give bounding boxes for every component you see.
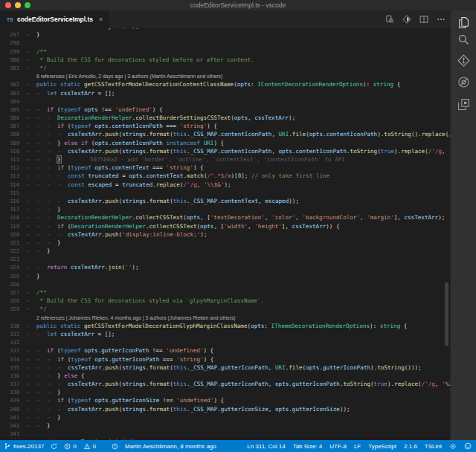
search-icon[interactable] [457,33,470,46]
code-line[interactable]: 341→→→} [0,413,450,422]
line-number: 316 [0,197,19,205]
code-line[interactable]: 298 [0,39,450,47]
code-line[interactable]: 304 [0,97,450,106]
gitlens-blame-item[interactable]: Martin Aeschlimann, 8 months ago [112,443,216,450]
code-line[interactable]: 333→→if (typeof opts.gutterIconPath !== … [0,346,450,355]
close-window-button[interactable] [5,2,11,8]
git-branch-item[interactable]: fixes-20137 [4,442,44,450]
tab-whitespace-arrow: → [57,197,68,205]
extensions-icon[interactable] [457,98,470,111]
status-item[interactable]: LF [354,443,361,450]
code-line[interactable]: 342→→} [0,422,450,430]
code-line[interactable]: 323 [0,255,450,263]
tab-whitespace-arrow: → [26,364,36,372]
code-line[interactable]: 320→→→→cssTextArr.push('display:inline-b… [0,230,450,239]
code-line[interactable]: 338→→→} [0,388,450,396]
status-item[interactable]: Ln 311, Col 14 [247,443,285,450]
code-line[interactable]: 297→} [0,30,450,39]
code-line[interactable]: 303→→let cssTextArr = []; [0,89,450,97]
code-line[interactable]: 312→→→if (typeof opts.contentText === 's… [0,164,450,172]
sync-button[interactable] [51,443,57,450]
code-line[interactable]: 310→→→→cssTextArr.push(strings.format(th… [0,147,450,155]
code-line[interactable]: 314→→→→const escaped = truncated.replace… [0,181,450,189]
zoom-window-button[interactable] [25,2,30,8]
tab-whitespace-arrow: → [57,147,68,155]
open-preview-icon[interactable] [385,15,394,24]
code-line[interactable]: 339→→→if (typeof opts.gutterIconSize !==… [0,396,450,404]
code-line[interactable]: 300→·* Build the CSS for decorations sty… [0,56,450,64]
tab-whitespace-arrow: → [26,239,36,247]
close-tab-icon[interactable]: × [99,16,103,23]
code-line[interactable]: 334→→→if (typeof opts.gutterIconPath ===… [0,355,450,364]
codelens[interactable]: 8 references | Eric Amodio, 2 days ago |… [0,72,450,80]
line-number: 318 [0,213,19,222]
code-line[interactable]: 317→→→} [0,205,450,213]
tab-whitespace-arrow: → [26,89,36,97]
status-item[interactable]: TSLint [425,443,442,450]
code-line[interactable]: 307→→→if (typeof opts.contentIconPath ==… [0,122,450,130]
code-line[interactable]: 337→→→→cssTextArr.push(strings.format(th… [0,380,450,388]
open-changes-icon[interactable] [402,15,411,24]
minimize-window-button[interactable] [15,2,21,8]
tslint-status-icon[interactable] [449,443,457,450]
code-line[interactable]: 322→→} [0,247,450,255]
code-line[interactable]: 299→/** [0,48,450,56]
explorer-icon[interactable] [457,16,470,29]
status-item[interactable]: TypeScript [368,443,396,450]
code-line[interactable]: 327→/** [0,288,450,297]
code-line[interactable]: 343 [0,430,450,438]
code-line[interactable]: 319→→→if (DecorationRenderHelper.collect… [0,222,450,230]
code-line[interactable]: 313→→→→const truncated = opts.contentTex… [0,172,450,180]
code-line[interactable]: 332 [0,338,450,346]
line-number: 314 [0,181,19,189]
more-actions-icon[interactable] [437,15,446,24]
line-number: 302 [0,80,19,88]
split-editor-icon[interactable] [419,15,428,24]
error-count-item[interactable]: 0 [64,443,76,450]
code-line[interactable]: 325→} [0,272,450,280]
line-number: 301 [0,64,19,72]
tab-whitespace-arrow: → [26,197,36,205]
scrollbar-thumb[interactable] [445,282,448,346]
code-line[interactable]: 331→→let cssTextArr = []; [0,330,450,338]
feedback-smiley-icon[interactable] [464,442,472,450]
code-editor[interactable]: 296→→return cssTextArr.join('');297→}298… [0,28,450,440]
tab-whitespace-arrow: → [26,330,36,338]
code-line[interactable]: 326 [0,280,450,288]
code-line[interactable]: 324→→return cssTextArr.join(''); [0,263,450,271]
code-line[interactable]: 321→→→} [0,239,450,247]
code-line[interactable]: 318→→→DecorationRenderHelper.collectCSST… [0,213,450,222]
tab-whitespace-arrow: → [36,155,47,164]
tab-whitespace-arrow: → [36,413,47,422]
line-number: 306 [0,114,19,122]
branch-icon [4,442,11,450]
warning-count-item[interactable]: 0 [83,443,96,450]
status-item[interactable]: UTF-8 [329,443,347,450]
line-number: 333 [0,346,19,355]
code-line[interactable]: 309→→→} else if (opts.contentIconPath in… [0,139,450,147]
code-line[interactable]: 311→→→} 5075b0a2 · add 'border', 'outlin… [0,155,450,164]
line-number: 338 [0,388,19,396]
codelens[interactable]: 2 references | Johannes Rieken, 4 months… [0,314,450,322]
code-line[interactable]: 306→→→DecorationRenderHelper.collectBord… [0,114,450,122]
code-line[interactable]: 335→→→→cssTextArr.push(strings.format(th… [0,364,450,372]
code-line[interactable]: 329→·*/ [0,305,450,313]
code-line[interactable]: 305→→if (typeof opts !== 'undefined') { [0,106,450,114]
code-line[interactable]: 328→·* Build the CSS for decorations sty… [0,297,450,305]
code-line[interactable]: 302→public static getCSSTextForModelDeco… [0,80,450,88]
editor-actions [385,10,446,28]
code-line[interactable]: 301→·*/ [0,64,450,72]
code-line[interactable]: 340→→→→cssTextArr.push(strings.format(th… [0,405,450,413]
source-control-icon[interactable] [457,54,470,67]
code-line[interactable]: 315 [0,189,450,197]
code-line[interactable]: 330→public static getCSSTextForModelDeco… [0,322,450,330]
debug-icon[interactable] [457,76,470,88]
status-item[interactable]: 2.1.6 [404,443,417,450]
code-line[interactable]: 336→→→} else { [0,372,450,380]
status-item[interactable]: Tab Size: 4 [293,443,323,450]
code-line[interactable]: 308→→→→cssTextArr.push(strings.format(th… [0,130,450,138]
tab-whitespace-arrow: → [47,405,57,413]
tab-codeEditorServiceImpl[interactable]: TS codeEditorServiceImpl.ts × [0,10,109,28]
tab-whitespace-arrow: → [47,239,57,247]
code-line[interactable]: 316→→→→cssTextArr.push(strings.format(th… [0,197,450,205]
